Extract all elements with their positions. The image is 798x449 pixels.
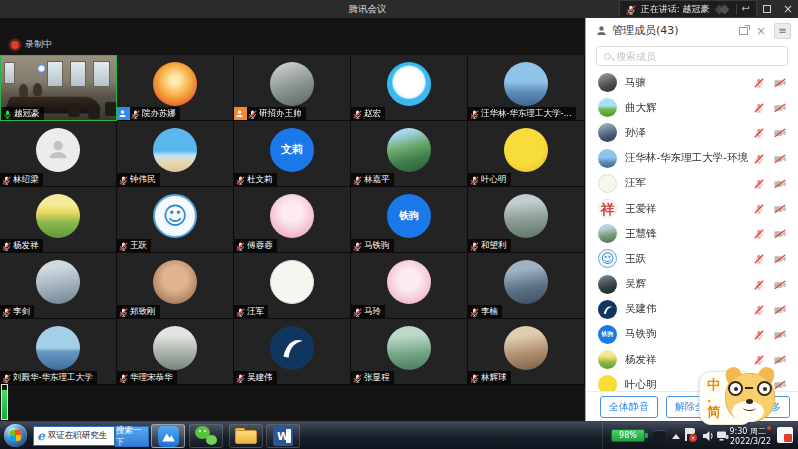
video-tile[interactable]: 汪华林-华东理工大学-... (468, 55, 585, 121)
popout-panel-icon[interactable] (739, 27, 748, 35)
member-row[interactable]: 铁驹马铁驹 (586, 322, 798, 347)
taskbar-item-meeting[interactable] (151, 424, 185, 448)
participant-name: 华理宋恭华 (130, 372, 173, 384)
mic-muted-icon[interactable] (754, 224, 764, 243)
mute-all-button[interactable]: 全体静音 (600, 396, 658, 418)
member-row[interactable]: 吴建伟 (586, 297, 798, 322)
video-tile[interactable]: 李剑 (0, 253, 117, 319)
hidden-icons-chevron[interactable] (672, 434, 680, 439)
camera-off-icon[interactable] (774, 149, 786, 168)
camera-off-icon[interactable] (774, 249, 786, 268)
member-row[interactable]: 祥王爱祥 (586, 196, 798, 221)
restore-window-button[interactable] (757, 0, 777, 18)
mic-muted-icon[interactable] (754, 149, 764, 168)
mic-muted-icon[interactable] (754, 123, 764, 142)
video-tile[interactable]: 华理宋恭华 (117, 319, 234, 385)
video-tile[interactable]: 研招办王帅 (234, 55, 351, 121)
member-row[interactable]: 曲大辉 (586, 95, 798, 120)
video-tile[interactable]: 傅蓉蓉 (234, 187, 351, 253)
video-tile[interactable]: 院办苏娜 (117, 55, 234, 121)
camera-off-icon[interactable] (774, 199, 786, 218)
action-center-flag-icon[interactable]: × (685, 428, 696, 441)
mic-muted-icon[interactable] (754, 199, 764, 218)
mic-muted-icon[interactable] (754, 73, 764, 92)
member-row[interactable]: 汪军 (586, 171, 798, 196)
video-tile[interactable]: 马玲 (351, 253, 468, 319)
folder-icon (235, 428, 257, 444)
member-row[interactable]: 马骧 (586, 70, 798, 95)
video-tile[interactable]: 钟伟民 (117, 121, 234, 187)
battery-indicator[interactable]: 98% (611, 429, 645, 442)
video-tile[interactable]: 刘殿华-华东理工大学 (0, 319, 117, 385)
video-tile[interactable]: 林嘉平 (351, 121, 468, 187)
member-row[interactable]: 吴辉 (586, 272, 798, 297)
video-tile[interactable]: 越冠豪 (0, 55, 117, 121)
start-button[interactable] (4, 424, 27, 447)
camera-off-icon[interactable] (774, 325, 786, 344)
mic-muted-icon[interactable] (754, 325, 764, 344)
camera-off-icon[interactable] (774, 73, 786, 92)
mic-muted-icon[interactable] (754, 275, 764, 294)
video-tile[interactable]: 杨发祥 (0, 187, 117, 253)
video-tile[interactable]: 吴建伟 (234, 319, 351, 385)
camera-off-icon[interactable] (774, 300, 786, 319)
participant-avatar (598, 149, 617, 168)
taskbar-item-explorer[interactable] (229, 424, 263, 448)
member-row[interactable]: 王慧锋 (586, 221, 798, 246)
member-row[interactable]: 汪华林-华东理工大学-环境工程 (586, 146, 798, 171)
mic-muted-icon[interactable] (754, 300, 764, 319)
ime-dog-widget[interactable]: 中 。 简 (699, 366, 777, 428)
video-tile[interactable]: 林绍梁 (0, 121, 117, 187)
taskbar-clock[interactable]: 9:30 周二 2022/3/22 (721, 426, 771, 447)
camera-off-icon[interactable] (774, 224, 786, 243)
taskbar-search-box[interactable]: e 双证在职研究生 (33, 426, 115, 446)
video-tile[interactable]: 汪军 (234, 253, 351, 319)
member-row[interactable]: ☺王跃 (586, 246, 798, 271)
tray-app-icon[interactable] (777, 427, 793, 443)
participant-name: 林辉球 (481, 372, 507, 384)
search-input[interactable] (616, 51, 780, 62)
video-tile[interactable]: 李楠 (468, 253, 585, 319)
member-panel-header: 管理成员(43) × ≡ (586, 18, 798, 43)
close-window-button[interactable]: × (778, 0, 798, 18)
video-tile[interactable]: 郑致刚 (117, 253, 234, 319)
participant-avatar: ☺ (153, 194, 197, 238)
participant-avatar: 铁驹 (598, 325, 617, 344)
video-tile[interactable]: 赵宏 (351, 55, 468, 121)
mic-muted-icon (2, 368, 13, 385)
video-tile[interactable]: ☺王跃 (117, 187, 234, 253)
taskbar-item-wechat[interactable] (189, 424, 223, 448)
speaker-icon[interactable] (702, 430, 714, 442)
mic-muted-icon[interactable] (754, 249, 764, 268)
video-tile[interactable]: 铁驹马铁驹 (351, 187, 468, 253)
participant-avatar (387, 128, 431, 172)
power-plug-icon[interactable] (653, 430, 666, 441)
camera-off-icon[interactable] (774, 275, 786, 294)
member-name: 吴建伟 (625, 302, 748, 316)
video-tile[interactable]: 张显程 (351, 319, 468, 385)
mic-muted-icon[interactable] (754, 174, 764, 193)
member-name: 王跃 (625, 252, 748, 266)
taskbar-item-word[interactable]: W (266, 424, 300, 448)
taskbar-search-button[interactable]: 搜索一下 (115, 426, 149, 447)
participant-avatar (387, 260, 431, 304)
video-tile[interactable]: 林辉球 (468, 319, 585, 385)
panel-menu-icon[interactable]: ≡ (774, 23, 791, 39)
participant-name: 院办苏娜 (142, 108, 176, 120)
close-panel-icon[interactable]: × (756, 25, 766, 37)
return-arrow-icon[interactable]: ↩ (742, 4, 750, 14)
participant-name: 林绍梁 (13, 174, 39, 186)
video-tile[interactable]: 和望利 (468, 187, 585, 253)
member-row[interactable]: 孙泽 (586, 120, 798, 145)
participant-avatar (36, 194, 80, 238)
camera-off-icon[interactable] (774, 98, 786, 117)
video-tile[interactable]: 叶心明 (468, 121, 585, 187)
participant-avatar (153, 326, 197, 370)
camera-off-icon[interactable] (774, 174, 786, 193)
mic-muted-icon (353, 236, 364, 253)
video-tile[interactable]: 文莉杜文莉 (234, 121, 351, 187)
member-search-box[interactable] (596, 46, 788, 66)
mic-muted-icon[interactable] (754, 98, 764, 117)
mic-muted-icon (236, 236, 247, 253)
camera-off-icon[interactable] (774, 123, 786, 142)
